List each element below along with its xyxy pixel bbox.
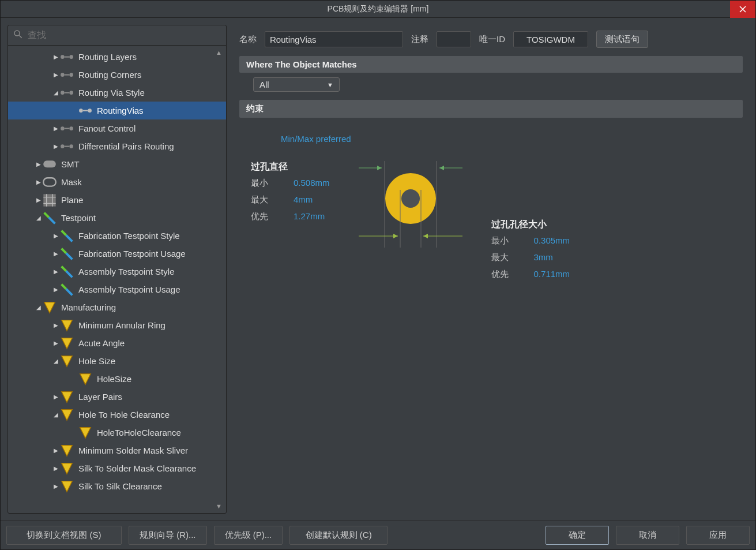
tree-item-fanout-control[interactable]: ▶ Fanout Control: [8, 119, 226, 137]
via-min-value[interactable]: 0.508mm: [294, 178, 330, 189]
testpoint-icon: [60, 267, 74, 277]
manufacturing-icon: [60, 463, 74, 474]
routing-icon: [60, 52, 74, 62]
svg-rect-20: [43, 160, 56, 167]
via-max-value[interactable]: 4mm: [294, 194, 313, 205]
svg-point-19: [69, 144, 73, 148]
via-diameter-title: 过孔直径: [251, 161, 330, 173]
svg-point-2: [61, 55, 65, 59]
tree-item-fab-tp-style[interactable]: ▶ Fabrication Testpoint Style: [8, 227, 226, 245]
tree-item-manufacturing[interactable]: ◢ Manufacturing: [8, 298, 226, 316]
apply-button[interactable]: 应用: [686, 526, 750, 545]
hole-pref-value[interactable]: 0.711mm: [534, 269, 570, 280]
svg-point-8: [61, 91, 65, 95]
tree-item-holesize-rule[interactable]: HoleSize: [8, 370, 226, 388]
test-queries-button[interactable]: 测试语句: [596, 31, 648, 48]
svg-rect-21: [43, 178, 56, 186]
tree-item-testpoint[interactable]: ◢ Testpoint: [8, 209, 226, 227]
scroll-down-icon[interactable]: ▼: [216, 503, 224, 510]
routing-icon: [60, 124, 74, 134]
tree-item-mask[interactable]: ▶ Mask: [8, 173, 226, 191]
hole-min-label: 最小: [491, 235, 519, 246]
create-default-button[interactable]: 创建默认规则 (C): [289, 526, 388, 545]
rule-editor-panel: 名称 注释 唯一ID 测试语句 Where The Object Matches…: [234, 25, 749, 514]
tree-item-layer-pairs[interactable]: ▶ Layer Pairs: [8, 388, 226, 406]
close-button[interactable]: [730, 1, 755, 18]
tree-item-asm-tp-style[interactable]: ▶ Assembly Testpoint Style: [8, 263, 226, 280]
via-diagram-icon: [359, 161, 462, 248]
scope-dropdown[interactable]: All ▼: [253, 77, 340, 92]
via-max-label: 最大: [251, 194, 279, 205]
tree-item-diff-pairs[interactable]: ▶ Differential Pairs Routing: [8, 137, 226, 155]
svg-point-10: [69, 91, 73, 95]
expand-icon: ▶: [52, 268, 60, 275]
cancel-button[interactable]: 取消: [616, 526, 679, 545]
tree-item-holetohole-rule[interactable]: HoleToHoleClearance: [8, 424, 226, 442]
collapse-icon: ◢: [35, 304, 43, 310]
hole-min-value[interactable]: 0.305mm: [534, 235, 570, 246]
manufacturing-icon: [60, 410, 74, 420]
minmax-preferred-link[interactable]: Min/Max preferred: [251, 134, 731, 144]
expand-icon: ▶: [52, 322, 60, 328]
rule-comment-input[interactable]: [437, 31, 471, 47]
tree-item-min-solder-sliver[interactable]: ▶ Minimum Solder Mask Sliver: [8, 442, 226, 459]
svg-point-28: [401, 189, 420, 208]
hole-pref-label: 优先: [491, 269, 519, 280]
rule-name-input[interactable]: [265, 31, 403, 47]
testpoint-icon: [60, 285, 74, 295]
comment-label: 注释: [411, 34, 428, 45]
expand-icon: ▶: [52, 233, 60, 239]
collapse-icon: ◢: [52, 358, 60, 364]
tree-item-plane[interactable]: ▶ Plane: [8, 191, 226, 209]
manufacturing-icon: [60, 356, 74, 366]
tree-item-routingvias[interactable]: RoutingVias: [8, 102, 226, 119]
search-input[interactable]: [28, 30, 221, 40]
chevron-down-icon: ▼: [327, 81, 333, 88]
svg-point-5: [61, 73, 65, 77]
expand-icon: ▶: [52, 143, 60, 149]
priorities-button[interactable]: 优先级 (P)...: [214, 526, 283, 545]
rule-header-row: 名称 注释 唯一ID 测试语句: [234, 31, 749, 56]
search-row: [8, 25, 226, 46]
tree-item-min-annular[interactable]: ▶ Minimum Annular Ring: [8, 316, 226, 334]
svg-point-14: [61, 126, 65, 130]
rule-wizard-button[interactable]: 规则向导 (R)...: [129, 526, 207, 545]
tree-item-silk-silk[interactable]: ▶ Silk To Silk Clearance: [8, 477, 226, 495]
routing-icon: [60, 141, 74, 152]
tree-item-routing-via-style[interactable]: ◢ Routing Via Style: [8, 84, 226, 102]
rules-tree[interactable]: ▲ ▶ Routing Layers ▶ Routing Corners ◢ R…: [8, 46, 226, 513]
rules-tree-panel: ▲ ▶ Routing Layers ▶ Routing Corners ◢ R…: [7, 25, 227, 514]
manufacturing-icon: [60, 338, 74, 349]
tree-item-silk-solder[interactable]: ▶ Silk To Solder Mask Clearance: [8, 459, 226, 477]
tree-item-fab-tp-usage[interactable]: ▶ Fabrication Testpoint Usage: [8, 245, 226, 263]
tree-item-acute-angle[interactable]: ▶ Acute Angle: [8, 334, 226, 352]
tree-item-hole-size[interactable]: ◢ Hole Size: [8, 352, 226, 370]
tree-item-routing-layers[interactable]: ▶ Routing Layers: [8, 48, 226, 66]
name-label: 名称: [239, 34, 257, 45]
svg-point-16: [69, 126, 73, 130]
expand-icon: ▶: [52, 394, 60, 400]
manufacturing-icon: [43, 302, 57, 313]
svg-point-17: [61, 144, 65, 148]
tree-item-smt[interactable]: ▶ SMT: [8, 155, 226, 173]
tree-item-routing-corners[interactable]: ▶ Routing Corners: [8, 66, 226, 84]
manufacturing-icon: [78, 374, 92, 384]
testpoint-icon: [60, 249, 74, 259]
expand-icon: ▶: [35, 161, 43, 167]
where-section-header: Where The Object Matches: [239, 56, 743, 73]
expand-icon: ▶: [52, 447, 60, 454]
switch-view-button[interactable]: 切换到文档视图 (S): [6, 526, 122, 545]
ok-button[interactable]: 确定: [546, 526, 609, 545]
rule-id-input[interactable]: [513, 31, 588, 47]
scope-value: All: [259, 80, 269, 89]
svg-point-11: [79, 108, 83, 113]
tree-item-asm-tp-usage[interactable]: ▶ Assembly Testpoint Usage: [8, 280, 226, 298]
testpoint-icon: [43, 213, 57, 223]
scroll-up-icon[interactable]: ▲: [216, 49, 224, 56]
constraints-section-header: 约束: [239, 100, 743, 118]
via-pref-value[interactable]: 1.27mm: [294, 211, 325, 222]
tree-item-hole-to-hole[interactable]: ◢ Hole To Hole Clearance: [8, 406, 226, 424]
testpoint-icon: [60, 231, 74, 241]
hole-max-value[interactable]: 3mm: [534, 252, 553, 263]
plane-icon: [43, 195, 57, 205]
